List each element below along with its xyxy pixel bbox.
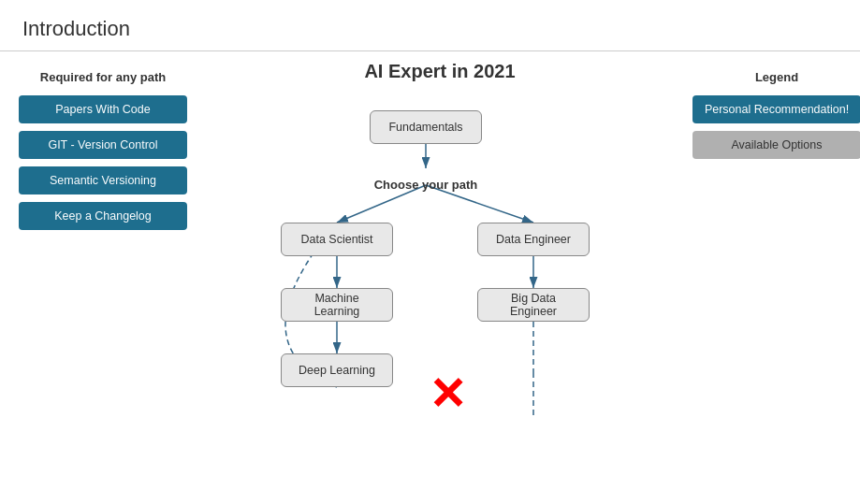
- legend-personal-recommendation: Personal Recommendation!: [692, 95, 860, 123]
- choose-path-label: Choose your path: [337, 178, 515, 192]
- papers-with-code-button[interactable]: Papers With Code: [19, 95, 187, 123]
- required-section-title: Required for any path: [19, 70, 187, 84]
- left-panel: Required for any path Papers With Code G…: [0, 51, 206, 499]
- page-title: Introduction: [0, 0, 860, 51]
- machine-learning-node[interactable]: Machine Learning: [281, 288, 393, 322]
- big-data-engineer-node[interactable]: Big Data Engineer: [477, 288, 590, 322]
- red-x-icon: ✕: [429, 372, 466, 417]
- git-version-control-button[interactable]: GIT - Version Control: [19, 131, 187, 159]
- diagram-title: AI Expert in 2021: [364, 61, 515, 82]
- fundamentals-node[interactable]: Fundamentals: [370, 110, 482, 144]
- data-scientist-node[interactable]: Data Scientist: [281, 223, 393, 256]
- keep-changelog-button[interactable]: Keep a Changelog: [19, 202, 187, 230]
- diagram-area: Fundamentals Choose your path Data Scien…: [206, 92, 674, 466]
- deep-learning-node[interactable]: Deep Learning: [281, 353, 393, 387]
- center-panel: AI Expert in 2021: [206, 51, 674, 499]
- right-panel: Legend Personal Recommendation! Availabl…: [674, 51, 860, 499]
- legend-title: Legend: [692, 70, 860, 84]
- semantic-versioning-button[interactable]: Semantic Versioning: [19, 166, 187, 194]
- legend-available-options: Available Options: [692, 131, 860, 159]
- data-engineer-node[interactable]: Data Engineer: [477, 223, 590, 256]
- main-content: Required for any path Papers With Code G…: [0, 51, 860, 499]
